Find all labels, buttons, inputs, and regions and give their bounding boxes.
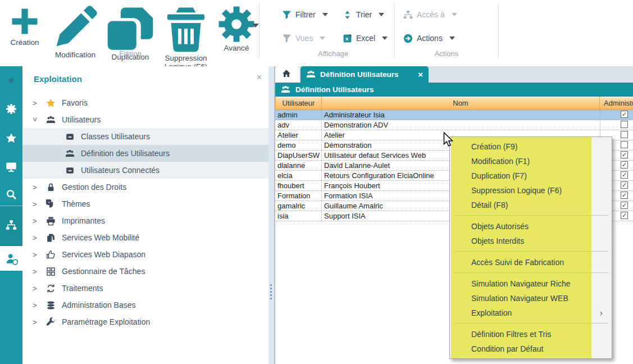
- avance-dropdown-caret[interactable]: [252, 24, 259, 28]
- filtrer-button[interactable]: Filtrer: [282, 8, 328, 21]
- acces-a-button: Accès à: [403, 8, 457, 21]
- cell-utilisateur[interactable]: DiapUserSW: [275, 151, 321, 160]
- nav-item-param-trage-exploitation[interactable]: >Paramétrage Exploitation: [22, 313, 268, 330]
- chevron-right-icon[interactable]: >: [33, 267, 39, 276]
- nav-item-th-mes[interactable]: >Thèmes: [22, 195, 268, 212]
- tab-close-icon[interactable]: ×: [418, 71, 423, 79]
- actions-button[interactable]: Actions: [403, 32, 455, 44]
- cell-utilisateur[interactable]: dlalanne: [275, 161, 321, 170]
- chevron-down-icon[interactable]: >: [31, 117, 39, 124]
- nav-item-classes-utilisateurs[interactable]: Classes Utilisateurs: [22, 128, 268, 145]
- checkbox-checked[interactable]: ✓: [621, 111, 628, 118]
- trier-caret[interactable]: [379, 13, 384, 16]
- table-row-adv[interactable]: advDémonstration ADV: [275, 120, 633, 130]
- checkbox-checked[interactable]: ✓: [621, 212, 628, 219]
- checkbox-unchecked[interactable]: [621, 141, 628, 148]
- cell-nom[interactable]: Administrateur Isia: [321, 110, 600, 120]
- cell-utilisateur[interactable]: elcia: [275, 171, 321, 180]
- excel-button[interactable]: x Excel: [343, 32, 388, 44]
- nav-item-gestionnaire-de-t-ches[interactable]: >Gestionnaire de Tâches: [22, 263, 268, 280]
- rail-search-button[interactable]: [0, 183, 22, 206]
- menu-item-d-finition-filtres-et-tris[interactable]: Définition Filtres et Tris: [453, 327, 608, 342]
- avance-button[interactable]: Avancé: [217, 4, 256, 52]
- suppression-logique-button[interactable]: Suppression Logique (F6): [161, 4, 211, 71]
- menu-item-condition-par-d-faut[interactable]: Condition par Défaut: [453, 342, 608, 356]
- nav-item-traitements[interactable]: >Traitements: [22, 280, 268, 297]
- menu-item-duplication-f7-[interactable]: Duplication (F7): [453, 169, 608, 183]
- creation-button[interactable]: Création: [8, 4, 42, 47]
- menu-item-objets-interdits[interactable]: Objets Interdits: [453, 234, 608, 248]
- chevron-right-icon[interactable]: >: [33, 301, 39, 310]
- nav-item-utilisateurs[interactable]: >Utilisateurs: [22, 111, 268, 128]
- cell-utilisateur[interactable]: Atelier: [275, 130, 321, 140]
- actions-caret[interactable]: [449, 37, 455, 40]
- chevron-right-icon[interactable]: >: [33, 99, 39, 107]
- nav-item-gestion-des-droits[interactable]: >Gestion des Droits: [22, 179, 268, 195]
- rail-users-security-button-active[interactable]: [0, 246, 22, 271]
- edition-group-label: Edition: [97, 49, 164, 58]
- menu-item-suppression-logique-f6-[interactable]: Suppression Logique (F6): [453, 183, 608, 198]
- duplicate-icon: [106, 4, 154, 53]
- collapse-sidebar-button[interactable]: «: [0, 69, 22, 91]
- cell-utilisateur[interactable]: fhoubert: [275, 181, 321, 190]
- menu-item-cr-ation-f9-[interactable]: Création (F9): [453, 139, 608, 154]
- nav-item-favoris[interactable]: >Favoris: [22, 94, 268, 111]
- table-row-admin[interactable]: adminAdministrateur Isia✓: [275, 110, 633, 120]
- cell-nom[interactable]: Démonstration ADV: [321, 120, 600, 130]
- menu-item-simulation-navigateur-riche[interactable]: Simulation Navigateur Riche: [453, 276, 608, 291]
- chevron-right-icon[interactable]: >: [33, 183, 39, 192]
- nav-item-label: Services Web Mobilité: [62, 233, 139, 242]
- rail-monitor-button[interactable]: [0, 156, 22, 178]
- excel-caret[interactable]: [382, 37, 388, 40]
- trier-button[interactable]: Trier: [343, 8, 384, 21]
- cell-utilisateur[interactable]: adv: [275, 120, 321, 130]
- checkbox-checked[interactable]: ✓: [621, 181, 628, 189]
- chevron-right-icon[interactable]: >: [33, 251, 39, 259]
- cell-utilisateur[interactable]: demo: [275, 140, 321, 150]
- tab-definition-utilisateurs[interactable]: Définition Utilisateurs ×: [300, 66, 429, 83]
- chevron-right-icon[interactable]: >: [33, 284, 39, 293]
- checkbox-unchecked[interactable]: [621, 121, 628, 128]
- nav-item-services-web-diapason[interactable]: >Services Web Diapason: [22, 246, 268, 263]
- nav-item-utilisateurs-connect-s[interactable]: Utilisateurs Connectés: [22, 162, 268, 179]
- checkbox-checked[interactable]: ✓: [621, 151, 628, 158]
- menu-item-modification-f1-[interactable]: Modification (F1): [453, 154, 608, 169]
- menu-item-simulation-navigateur-web[interactable]: Simulation Navigateur WEB: [453, 291, 608, 306]
- cell-utilisateur[interactable]: isia: [275, 211, 321, 221]
- chevron-right-icon[interactable]: >: [33, 234, 39, 242]
- modification-button[interactable]: Modification: [52, 4, 98, 59]
- menu-item-objets-autoris-s[interactable]: Objets Autorisés: [453, 219, 608, 234]
- column-header-nom[interactable]: Nom: [322, 97, 600, 110]
- rail-hierarchy-button[interactable]: [0, 214, 22, 236]
- cell-utilisateur[interactable]: Formation: [275, 191, 321, 201]
- cell-utilisateur[interactable]: gamalric: [275, 201, 321, 211]
- nav-item-services-web-mobilit-[interactable]: >Services Web Mobilité: [22, 229, 268, 246]
- nav-item-imprimantes[interactable]: >Imprimantes: [22, 212, 268, 229]
- checkbox-unchecked[interactable]: [621, 131, 628, 138]
- nav-item-d-finition-des-utilisateurs[interactable]: Définition des Utilisateurs: [22, 145, 268, 162]
- chevron-right-icon[interactable]: >: [33, 217, 39, 225]
- chevron-right-icon[interactable]: >: [33, 318, 39, 326]
- view-header-bar: Définition Utilisateurs: [275, 83, 633, 97]
- checkbox-checked[interactable]: ✓: [621, 161, 628, 169]
- lock-icon: [46, 183, 56, 192]
- menu-item-acc-s-suivi-de-fabrication[interactable]: Accès Suivi de Fabrication: [453, 255, 608, 270]
- nav-panel-close-icon[interactable]: ×: [257, 73, 262, 82]
- menu-item-exploitation[interactable]: Exploitation›: [453, 306, 608, 320]
- excel-icon: x: [343, 34, 352, 43]
- column-header-utilisateur[interactable]: Utilisateur: [276, 97, 322, 110]
- menu-item-d-tail-f8-[interactable]: Détail (F8): [453, 198, 608, 212]
- panel-splitter[interactable]: [268, 66, 274, 364]
- checkbox-checked[interactable]: ✓: [621, 171, 628, 179]
- checkbox-checked[interactable]: ✓: [621, 202, 628, 209]
- cell-utilisateur[interactable]: admin: [275, 110, 321, 120]
- column-header-administrateur[interactable]: Administrateur: [600, 97, 633, 110]
- checkbox-checked[interactable]: ✓: [621, 192, 628, 199]
- rail-settings-button[interactable]: [0, 98, 22, 120]
- tab-home[interactable]: [275, 66, 299, 83]
- rail-favorites-button[interactable]: [0, 127, 22, 149]
- chevron-right-icon[interactable]: >: [33, 200, 39, 208]
- nav-item-administration-bases[interactable]: >Administration Bases: [22, 297, 268, 313]
- splitter-grip[interactable]: [270, 284, 272, 299]
- filtrer-caret[interactable]: [322, 13, 328, 16]
